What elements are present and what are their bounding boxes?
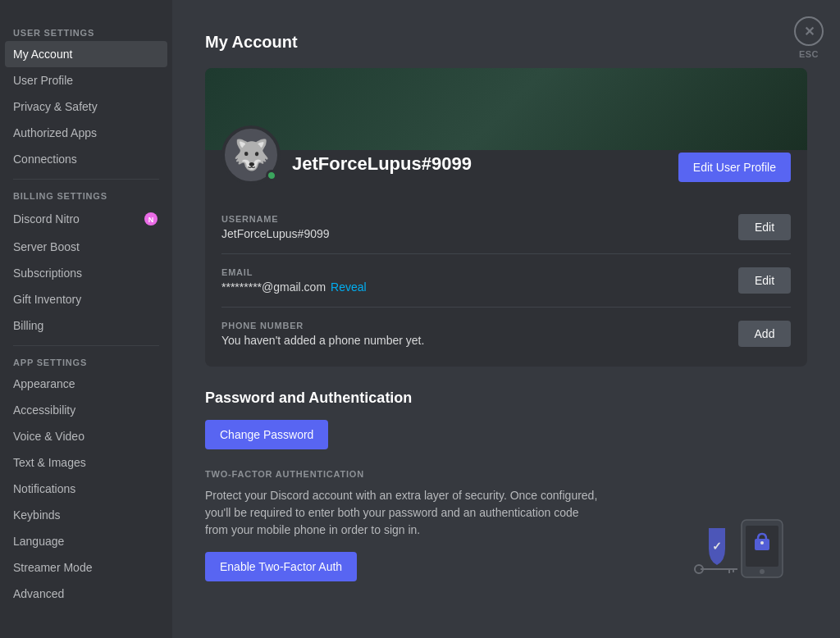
- sidebar-item-accessibility[interactable]: Accessibility: [5, 397, 167, 423]
- username-field-left: USERNAME JetForceLupus#9099: [221, 214, 330, 240]
- email-label: EMAIL: [221, 267, 367, 277]
- sidebar-item-authorized-apps[interactable]: Authorized Apps: [5, 120, 167, 146]
- avatar-wrapper: 🐺: [221, 125, 281, 185]
- sidebar-item-voice-video[interactable]: Voice & Video: [5, 423, 167, 449]
- sidebar-item-label-text-images: Text & Images: [13, 456, 159, 469]
- sidebar-item-label-connections: Connections: [13, 153, 159, 166]
- sidebar-item-billing[interactable]: Billing: [5, 312, 167, 339]
- svg-text:N: N: [148, 216, 154, 224]
- edit-profile-button[interactable]: Edit User Profile: [678, 153, 791, 182]
- username-value: JetForceLupus#9099: [221, 227, 330, 240]
- sidebar-item-label-language: Language: [13, 535, 159, 548]
- sidebar-item-label-notifications: Notifications: [13, 482, 159, 495]
- username-display: JetForceLupus#9099: [292, 153, 472, 181]
- sidebar-section-header-1: Billing Settings: [5, 186, 167, 204]
- sidebar-divider-1: [13, 345, 159, 346]
- sidebar-item-label-accessibility: Accessibility: [13, 403, 159, 417]
- sidebar-item-label-privacy-safety: Privacy & Safety: [13, 100, 159, 113]
- email-edit-button[interactable]: Edit: [738, 267, 791, 294]
- sidebar-item-label-voice-video: Voice & Video: [13, 430, 159, 443]
- email-field: EMAIL *********@gmail.comReveal Edit: [221, 253, 791, 307]
- sidebar-item-label-keybinds: Keybinds: [13, 508, 159, 522]
- main-content: My Account 🐺 JetForceLupus#9099 Edit Use…: [172, 0, 840, 638]
- svg-text:✓: ✓: [712, 540, 722, 553]
- sidebar-item-appearance[interactable]: Appearance: [5, 371, 167, 397]
- sidebar-item-label-discord-nitro: Discord Nitro: [13, 212, 143, 226]
- enable-2fa-button[interactable]: Enable Two-Factor Auth: [205, 552, 357, 581]
- sidebar-item-keybinds[interactable]: Keybinds: [5, 502, 167, 528]
- phone-add-button[interactable]: Add: [738, 321, 791, 347]
- esc-label: ESC: [799, 49, 819, 59]
- sidebar-item-streamer-mode[interactable]: Streamer Mode: [5, 554, 167, 581]
- sidebar-item-privacy-safety[interactable]: Privacy & Safety: [5, 93, 167, 120]
- sidebar-item-discord-nitro[interactable]: Discord NitroN: [5, 204, 167, 234]
- esc-button[interactable]: ✕ ESC: [794, 16, 824, 59]
- sidebar-item-label-authorized-apps: Authorized Apps: [13, 126, 159, 139]
- svg-point-7: [760, 541, 764, 545]
- email-field-left: EMAIL *********@gmail.comReveal: [221, 267, 367, 294]
- esc-circle: ✕: [794, 16, 824, 46]
- sidebar-item-server-boost[interactable]: Server Boost: [5, 234, 167, 260]
- two-factor-description: Protect your Discord account with an ext…: [205, 487, 599, 539]
- avatar-status-indicator: [266, 170, 277, 181]
- sidebar-item-user-profile[interactable]: User Profile: [5, 67, 167, 93]
- sidebar-section-header-2: App Settings: [5, 353, 167, 371]
- sidebar: User SettingsMy AccountUser ProfilePriva…: [0, 0, 172, 638]
- phone-label: PHONE NUMBER: [221, 321, 424, 330]
- password-section: Password and Authentication Change Passw…: [205, 390, 807, 581]
- sidebar-item-label-subscriptions: Subscriptions: [13, 267, 159, 280]
- page-title: My Account: [205, 33, 807, 52]
- sidebar-item-gift-inventory[interactable]: Gift Inventory: [5, 286, 167, 312]
- sidebar-divider-0: [13, 179, 159, 180]
- sidebar-item-my-account[interactable]: My Account: [5, 41, 167, 67]
- sidebar-item-label-my-account: My Account: [13, 48, 159, 61]
- sidebar-item-notifications[interactable]: Notifications: [5, 476, 167, 502]
- nitro-icon: N: [143, 211, 159, 227]
- profile-left: 🐺 JetForceLupus#9099: [221, 125, 472, 185]
- sidebar-item-label-gift-inventory: Gift Inventory: [13, 293, 159, 306]
- svg-point-4: [760, 569, 765, 574]
- avatar-image: 🐺: [233, 138, 270, 172]
- sidebar-item-connections[interactable]: Connections: [5, 146, 167, 172]
- sidebar-item-label-appearance: Appearance: [13, 377, 159, 390]
- sidebar-section-header-0: User Settings: [5, 23, 167, 41]
- two-factor-illustration: ✓: [692, 516, 807, 581]
- password-section-title: Password and Authentication: [205, 390, 807, 407]
- username-label: USERNAME: [221, 214, 330, 224]
- sidebar-item-text-images[interactable]: Text & Images: [5, 449, 167, 476]
- sidebar-item-label-advanced: Advanced: [13, 587, 159, 600]
- profile-info-row: 🐺 JetForceLupus#9099 Edit User Profile: [205, 125, 807, 201]
- profile-card: 🐺 JetForceLupus#9099 Edit User Profile U…: [205, 68, 807, 367]
- phone-field: PHONE NUMBER You haven't added a phone n…: [221, 307, 791, 360]
- email-reveal-link[interactable]: Reveal: [331, 280, 367, 294]
- two-factor-row: Protect your Discord account with an ext…: [205, 487, 807, 581]
- username-edit-button[interactable]: Edit: [738, 214, 791, 240]
- email-masked: *********@gmail.com: [221, 280, 326, 294]
- email-value: *********@gmail.comReveal: [221, 280, 367, 294]
- sidebar-item-label-user-profile: User Profile: [13, 74, 159, 87]
- info-fields: USERNAME JetForceLupus#9099 Edit EMAIL *…: [205, 201, 807, 367]
- username-field: USERNAME JetForceLupus#9099 Edit: [221, 201, 791, 253]
- sidebar-item-subscriptions[interactable]: Subscriptions: [5, 260, 167, 286]
- sidebar-item-label-billing: Billing: [13, 319, 159, 332]
- sidebar-item-label-server-boost: Server Boost: [13, 240, 159, 253]
- two-factor-text-block: Protect your Discord account with an ext…: [205, 487, 599, 581]
- phone-value: You haven't added a phone number yet.: [221, 334, 424, 347]
- phone-field-left: PHONE NUMBER You haven't added a phone n…: [221, 321, 424, 347]
- sidebar-item-language[interactable]: Language: [5, 528, 167, 554]
- sidebar-item-label-streamer-mode: Streamer Mode: [13, 561, 159, 574]
- sidebar-item-advanced[interactable]: Advanced: [5, 581, 167, 607]
- two-factor-label: TWO-FACTOR AUTHENTICATION: [205, 469, 807, 479]
- change-password-button[interactable]: Change Password: [205, 420, 328, 449]
